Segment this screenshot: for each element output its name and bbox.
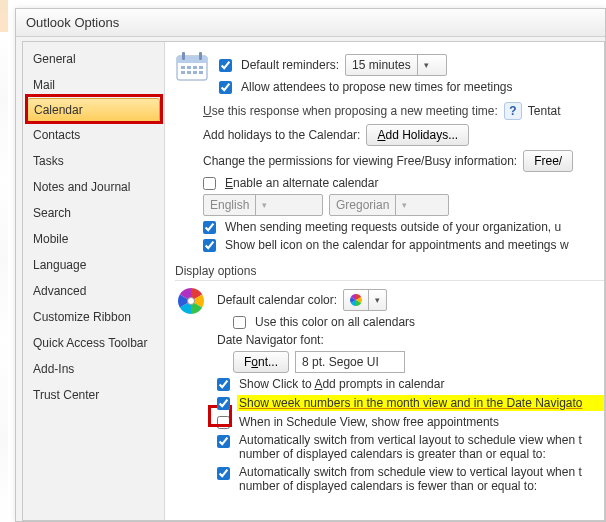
color-wheel-icon [175,285,207,317]
sidebar-item-mail[interactable]: Mail [23,72,164,98]
navigator-font-label: Date Navigator font: [217,333,324,347]
background-edge [0,0,8,522]
sidebar-item-language[interactable]: Language [23,252,164,278]
chevron-down-icon: ▾ [368,290,386,310]
schedule-free-label: When in Schedule View, show free appoint… [239,415,499,429]
sidebar-item-tasks[interactable]: Tasks [23,148,164,174]
display-options-header: Display options [175,262,604,281]
week-numbers-row: Show week numbers in the month view and … [217,395,604,411]
svg-rect-6 [193,66,197,69]
svg-rect-2 [182,52,185,60]
font-value-field: 8 pt. Segoe UI [295,351,405,373]
auto-switch-2-label: Automatically switch from schedule view … [239,465,582,493]
free-busy-button[interactable]: Free/ [523,150,573,172]
default-reminders-value: 15 minutes [346,58,417,72]
chevron-down-icon: ▾ [255,195,273,215]
alternate-language-value: English [204,198,255,212]
svg-rect-11 [199,71,203,74]
svg-rect-3 [199,52,202,60]
color-swatch-icon [344,293,368,307]
use-color-all-label: Use this color on all calendars [255,315,415,329]
sidebar-item-trust-center[interactable]: Trust Center [23,382,164,408]
sending-outside-checkbox[interactable] [203,221,216,234]
use-response-label: Use this response when proposing a new m… [203,104,498,118]
dialog-title: Outlook Options [16,9,605,37]
allow-propose-label: Allow attendees to propose new times for… [241,80,512,94]
add-holidays-label: Add holidays to the Calendar: [203,128,360,142]
alternate-language-combo[interactable]: English ▾ [203,194,323,216]
sending-outside-label: When sending meeting requests outside of… [225,220,561,234]
sidebar-item-mobile[interactable]: Mobile [23,226,164,252]
svg-rect-9 [187,71,191,74]
sidebar-item-advanced[interactable]: Advanced [23,278,164,304]
default-reminders-label: Default reminders: [241,58,339,72]
change-permissions-label: Change the permissions for viewing Free/… [203,154,517,168]
options-sidebar: General Mail Calendar Contacts Tasks Not… [23,42,165,520]
svg-rect-5 [187,66,191,69]
auto-switch-1-checkbox[interactable] [217,435,230,448]
default-color-combo[interactable]: ▾ [343,289,387,311]
show-click-add-checkbox[interactable] [217,378,230,391]
add-holidays-button[interactable]: Add Holidays... [366,124,469,146]
svg-rect-10 [193,71,197,74]
svg-rect-7 [199,66,203,69]
default-reminders-checkbox[interactable] [219,59,232,72]
screenshot-frame: Outlook Options General Mail Calendar Co… [0,0,606,522]
svg-rect-1 [177,56,207,63]
outlook-options-dialog: Outlook Options General Mail Calendar Co… [15,8,606,522]
auto-switch-1-label: Automatically switch from vertical layou… [239,433,582,461]
tentative-icon: ? [504,102,522,120]
enable-alternate-label: Enable an alternate calendar [225,176,378,190]
show-bell-label: Show bell icon on the calendar for appoi… [225,238,569,252]
sidebar-item-search[interactable]: Search [23,200,164,226]
schedule-free-checkbox[interactable] [217,416,230,429]
chevron-down-icon: ▾ [417,55,435,75]
show-bell-checkbox[interactable] [203,239,216,252]
font-button[interactable]: Font... [233,351,289,373]
options-content: Default reminders: 15 minutes ▾ Allow at… [165,42,604,520]
svg-rect-4 [181,66,185,69]
calendar-icon [175,50,209,84]
allow-propose-checkbox[interactable] [219,81,232,94]
sidebar-item-calendar[interactable]: Calendar [27,98,160,122]
show-week-numbers-label: Show week numbers in the month view and … [239,396,583,410]
show-week-numbers-checkbox[interactable] [217,397,230,410]
show-click-add-label: Show Click to Add prompts in calendar [239,377,444,391]
sidebar-item-add-ins[interactable]: Add-Ins [23,356,164,382]
default-reminders-combo[interactable]: 15 minutes ▾ [345,54,447,76]
sidebar-item-contacts[interactable]: Contacts [23,122,164,148]
sidebar-item-customize-ribbon[interactable]: Customize Ribbon [23,304,164,330]
use-color-all-checkbox[interactable] [233,316,246,329]
enable-alternate-checkbox[interactable] [203,177,216,190]
chevron-down-icon: ▾ [395,195,413,215]
sidebar-item-notes-journal[interactable]: Notes and Journal [23,174,164,200]
svg-rect-8 [181,71,185,74]
sidebar-item-qat[interactable]: Quick Access Toolbar [23,330,164,356]
dialog-body: General Mail Calendar Contacts Tasks Not… [22,41,605,521]
font-value: 8 pt. Segoe UI [302,355,379,369]
auto-switch-2-checkbox[interactable] [217,467,230,480]
sidebar-item-general[interactable]: General [23,46,164,72]
use-response-value: Tentat [528,104,561,118]
alternate-calendar-combo[interactable]: Gregorian ▾ [329,194,449,216]
default-color-label: Default calendar color: [217,293,337,307]
svg-point-12 [188,298,195,305]
alternate-calendar-value: Gregorian [330,198,395,212]
